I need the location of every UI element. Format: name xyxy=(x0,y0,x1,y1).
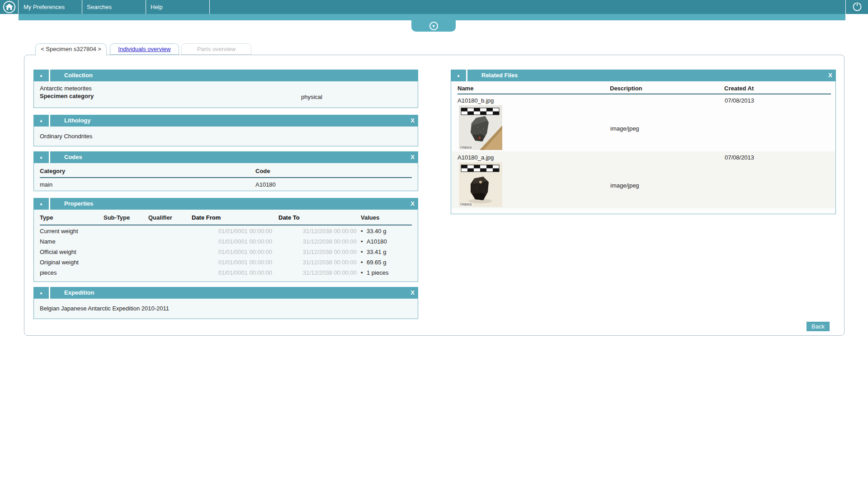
prop-dateto: 31/12/2038 00:00:00 xyxy=(278,238,361,245)
prop-header-dateto: Date To xyxy=(278,214,361,221)
code-value: A10180 xyxy=(255,181,276,188)
bullet-icon: • xyxy=(361,269,367,276)
related-files-panel-body: Name Description Created At A10180_b.jpg… xyxy=(451,81,836,214)
collapse-codes-button[interactable]: ▲ xyxy=(33,151,50,163)
tab-parts-overview: Parts overview xyxy=(181,43,251,55)
prop-dateto: 31/12/2038 00:00:00 xyxy=(278,269,361,276)
collection-panel-body: Antarctic meteorites Specimen category p… xyxy=(33,81,418,108)
close-codes-button[interactable]: X xyxy=(410,151,415,163)
collection-panel-header: ▲ Collection xyxy=(33,70,418,81)
prop-type: Original weight xyxy=(40,259,104,266)
properties-table-rows: Current weight 01/01/0001 00:00:00 31/12… xyxy=(40,226,412,278)
collection-panel: ▲ Collection Antarctic meteorites Specim… xyxy=(33,70,418,108)
expedition-panel: ▲ Expedition X Belgian Japanese Antarcti… xyxy=(33,287,418,319)
logout-button[interactable] xyxy=(845,0,868,14)
prop-value: •69.65 g xyxy=(361,259,412,266)
nav-item-my-preferences[interactable]: My Preferences xyxy=(19,0,82,14)
prop-value: •1 pieces xyxy=(361,269,412,276)
collapse-lithology-button[interactable]: ▲ xyxy=(33,115,50,127)
codes-panel: ▲ Codes X Category Code main A10180 xyxy=(33,151,418,191)
prop-datefrom: 01/01/0001 00:00:00 xyxy=(192,269,278,276)
prop-value: •33.41 g xyxy=(361,249,412,255)
properties-panel: ▲ Properties X Type Sub-Type Qualifier D… xyxy=(33,198,418,282)
collapse-collection-button[interactable]: ▲ xyxy=(33,70,50,81)
lithology-panel: ▲ Lithology X Ordinary Chondrites xyxy=(33,115,418,146)
expedition-panel-body: Belgian Japanese Antarctic Expedition 20… xyxy=(33,299,418,319)
property-row: Official weight 01/01/0001 00:00:00 31/1… xyxy=(40,247,412,257)
copyright-watermark: ©RBINS xyxy=(459,146,472,150)
file-created-at: 07/08/2013 xyxy=(725,154,754,161)
close-properties-button[interactable]: X xyxy=(410,198,415,210)
prop-dateto: 31/12/2038 00:00:00 xyxy=(278,228,361,235)
prop-dateto: 31/12/2038 00:00:00 xyxy=(278,259,361,266)
codes-table-row: main A10180 xyxy=(40,179,412,190)
home-button[interactable] xyxy=(0,0,19,14)
back-button[interactable]: Back xyxy=(807,322,830,331)
file-description: image/jpeg xyxy=(610,182,639,189)
collapse-properties-button[interactable]: ▲ xyxy=(33,198,50,210)
prop-type: Name xyxy=(40,238,104,245)
tab-individuals-link[interactable]: Individuals overview xyxy=(118,46,170,52)
specimen-category-value: physical xyxy=(301,94,322,100)
prop-value: •33.40 g xyxy=(361,228,412,235)
meteorite-photo-a xyxy=(459,162,502,207)
prop-datefrom: 01/01/0001 00:00:00 xyxy=(192,238,278,245)
prop-type: Official weight xyxy=(40,249,104,255)
prop-dateto: 31/12/2038 00:00:00 xyxy=(278,249,361,255)
files-header-name: Name xyxy=(458,85,473,92)
bullet-icon: • xyxy=(361,228,367,235)
file-thumbnail[interactable]: ©RBINS xyxy=(459,105,502,150)
property-row: pieces 01/01/0001 00:00:00 31/12/2038 00… xyxy=(40,267,412,278)
related-files-panel-title: Related Files xyxy=(481,70,518,81)
codes-header-code: Code xyxy=(255,168,270,174)
collapse-expedition-button[interactable]: ▲ xyxy=(33,287,50,299)
triangle-up-icon: ▲ xyxy=(457,73,461,78)
file-description: image/jpeg xyxy=(610,125,639,132)
files-header-description: Description xyxy=(610,85,642,92)
close-related-files-button[interactable]: X xyxy=(828,70,832,81)
tab-individuals-overview[interactable]: Individuals overview xyxy=(110,43,179,55)
specimen-detail-container: ▲ Collection Antarctic meteorites Specim… xyxy=(24,55,844,336)
properties-panel-body: Type Sub-Type Qualifier Date From Date T… xyxy=(33,210,418,282)
expedition-panel-header: ▲ Expedition X xyxy=(33,287,418,299)
related-files-panel-header: ▲ Related Files X xyxy=(451,70,836,81)
bullet-icon: • xyxy=(361,238,367,245)
prop-datefrom: 01/01/0001 00:00:00 xyxy=(192,259,278,266)
file-name: A10180_a.jpg xyxy=(458,154,494,161)
code-category-value: main xyxy=(40,181,52,188)
files-header-created-at: Created At xyxy=(724,85,754,92)
codes-panel-title: Codes xyxy=(64,151,82,163)
prop-datefrom: 01/01/0001 00:00:00 xyxy=(192,249,278,255)
specimen-category-label: Specimen category xyxy=(40,93,94,99)
nav-item-help[interactable]: Help xyxy=(146,0,210,14)
collection-panel-title: Collection xyxy=(64,70,93,81)
lithology-panel-title: Lithology xyxy=(64,115,91,127)
prop-datefrom: 01/01/0001 00:00:00 xyxy=(192,228,278,235)
collection-name: Antarctic meteorites xyxy=(40,85,92,92)
triangle-up-icon: ▲ xyxy=(39,155,43,160)
related-files-panel: ▲ Related Files X Name Description Creat… xyxy=(451,70,836,214)
triangle-up-icon: ▲ xyxy=(39,291,43,295)
close-expedition-button[interactable]: X xyxy=(410,287,415,299)
file-thumbnail[interactable]: ©RBINS xyxy=(459,162,502,207)
prop-type: Current weight xyxy=(40,228,104,235)
properties-table-header: Type Sub-Type Qualifier Date From Date T… xyxy=(40,212,412,225)
property-row: Current weight 01/01/0001 00:00:00 31/12… xyxy=(40,226,412,236)
close-lithology-button[interactable]: X xyxy=(410,115,415,127)
prop-header-values: Values xyxy=(361,214,412,221)
properties-panel-title: Properties xyxy=(64,198,93,210)
collapse-related-files-button[interactable]: ▲ xyxy=(451,70,467,81)
codes-header-category: Category xyxy=(40,168,65,174)
prop-header-type: Type xyxy=(40,214,104,221)
expedition-value: Belgian Japanese Antarctic Expedition 20… xyxy=(40,305,169,312)
collapse-header-button[interactable]: ▼ xyxy=(411,20,456,32)
triangle-up-icon: ▲ xyxy=(39,202,43,206)
bullet-icon: • xyxy=(361,259,367,266)
nav-item-searches[interactable]: Searches xyxy=(82,0,146,14)
bullet-icon: • xyxy=(361,249,367,255)
prop-header-subtype: Sub-Type xyxy=(104,214,148,221)
tab-specimen[interactable]: < Specimen s327804 > xyxy=(35,43,107,56)
property-row: Name 01/01/0001 00:00:00 31/12/2038 00:0… xyxy=(40,236,412,247)
triangle-up-icon: ▲ xyxy=(39,118,43,123)
properties-panel-header: ▲ Properties X xyxy=(33,198,418,210)
